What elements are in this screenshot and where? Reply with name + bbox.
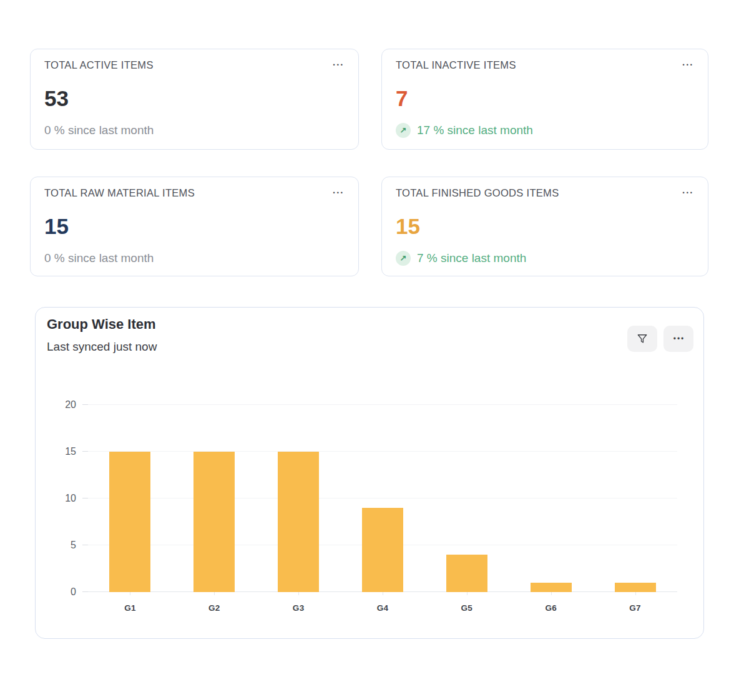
chart-toolbar: ••• (627, 326, 693, 352)
stat-card-total-active-items: TOTAL ACTIVE ITEMS ••• 53 0 % since last… (30, 49, 359, 150)
stat-card-title: TOTAL ACTIVE ITEMS (44, 59, 154, 71)
stat-card-delta: 0 % since last month (44, 123, 345, 138)
chart-header-text: Group Wise Item Last synced just now (47, 316, 157, 354)
bar-slot (88, 405, 172, 592)
chart-more-button[interactable]: ••• (663, 326, 693, 352)
x-axis-label: G2 (172, 603, 257, 613)
funnel-filter-icon (636, 333, 649, 345)
trend-up-arrow-icon: ↗ (400, 123, 407, 138)
trend-up-badge: ↗ (396, 251, 411, 266)
x-axis-label: G4 (341, 603, 425, 613)
chart-y-axis: 05101520 (36, 405, 82, 592)
chart-title: Group Wise Item (47, 316, 157, 333)
chart-header: Group Wise Item Last synced just now ••• (47, 316, 693, 354)
group-wise-item-chart-card: Group Wise Item Last synced just now •••… (35, 307, 704, 639)
bar-g2[interactable] (193, 452, 235, 592)
y-axis-tick-label: 10 (65, 493, 76, 503)
ellipsis-icon: ••• (672, 335, 685, 343)
stat-card-value: 53 (44, 87, 345, 109)
stat-card-title: TOTAL FINISHED GOODS ITEMS (396, 187, 559, 199)
x-axis-label: G6 (509, 603, 593, 613)
trend-up-arrow-icon: ↗ (400, 251, 407, 266)
x-axis-tick (383, 592, 383, 595)
stat-card-title: TOTAL INACTIVE ITEMS (396, 59, 516, 71)
stat-card-total-raw-material-items: TOTAL RAW MATERIAL ITEMS ••• 15 0 % sinc… (30, 177, 359, 276)
bar-slot (509, 405, 593, 592)
stat-card-total-finished-goods-items: TOTAL FINISHED GOODS ITEMS ••• 15 ↗ 7 % … (381, 177, 708, 276)
y-axis-tick-label: 20 (65, 400, 76, 410)
bar-g6[interactable] (531, 583, 572, 592)
stat-delta-text: 7 % since last month (417, 251, 526, 266)
x-axis-tick (635, 592, 636, 595)
x-axis-label: G3 (257, 603, 341, 613)
trend-up-badge: ↗ (396, 123, 411, 138)
filter-button[interactable] (627, 326, 657, 352)
x-axis-tick (298, 592, 299, 595)
chart-bars (88, 405, 677, 592)
bar-slot (424, 405, 509, 592)
chart-subtitle: Last synced just now (47, 340, 157, 354)
bar-slot (341, 405, 425, 592)
stat-delta-text: 0 % since last month (44, 123, 154, 138)
stat-card-header: TOTAL INACTIVE ITEMS ••• (396, 59, 694, 71)
bar-slot (257, 405, 341, 592)
card-menu-ellipsis-icon[interactable]: ••• (328, 59, 345, 70)
stat-card-value: 7 (396, 87, 694, 109)
x-axis-label: G1 (88, 603, 172, 613)
stat-card-delta: 0 % since last month (44, 251, 345, 266)
y-axis-tick-label: 15 (65, 447, 76, 457)
x-axis-tick (130, 592, 130, 595)
stat-card-value: 15 (396, 215, 694, 237)
stat-card-delta: ↗ 17 % since last month (396, 123, 694, 138)
stat-card-delta: ↗ 7 % since last month (396, 251, 694, 266)
stat-delta-text: 0 % since last month (44, 251, 154, 266)
bar-g4[interactable] (362, 508, 403, 592)
stat-card-header: TOTAL FINISHED GOODS ITEMS ••• (396, 187, 694, 199)
bar-g1[interactable] (109, 452, 150, 592)
card-menu-ellipsis-icon[interactable]: ••• (678, 187, 694, 198)
stats-grid: TOTAL ACTIVE ITEMS ••• 53 0 % since last… (30, 49, 708, 276)
stat-card-value: 15 (44, 215, 345, 237)
stat-card-header: TOTAL RAW MATERIAL ITEMS ••• (44, 187, 345, 199)
bar-g7[interactable] (615, 583, 656, 592)
x-axis-label: G5 (424, 603, 509, 613)
stat-card-total-inactive-items: TOTAL INACTIVE ITEMS ••• 7 ↗ 17 % since … (381, 49, 708, 150)
card-menu-ellipsis-icon[interactable]: ••• (678, 59, 694, 70)
bar-slot (172, 405, 257, 592)
bar-g3[interactable] (278, 452, 319, 592)
x-axis-tick (214, 592, 215, 595)
bar-slot (593, 405, 677, 592)
chart-plot (88, 405, 677, 592)
bar-g5[interactable] (446, 555, 487, 592)
stat-card-header: TOTAL ACTIVE ITEMS ••• (44, 59, 345, 71)
stat-delta-text: 17 % since last month (417, 123, 533, 138)
stat-card-title: TOTAL RAW MATERIAL ITEMS (44, 187, 195, 199)
x-axis-label: G7 (593, 603, 677, 613)
y-axis-tick-label: 0 (71, 587, 76, 597)
chart-x-labels: G1G2G3G4G5G6G7 (88, 603, 677, 613)
card-menu-ellipsis-icon[interactable]: ••• (328, 187, 345, 198)
x-axis-tick (467, 592, 468, 595)
x-axis-tick (551, 592, 552, 595)
y-axis-tick-label: 5 (71, 540, 76, 550)
